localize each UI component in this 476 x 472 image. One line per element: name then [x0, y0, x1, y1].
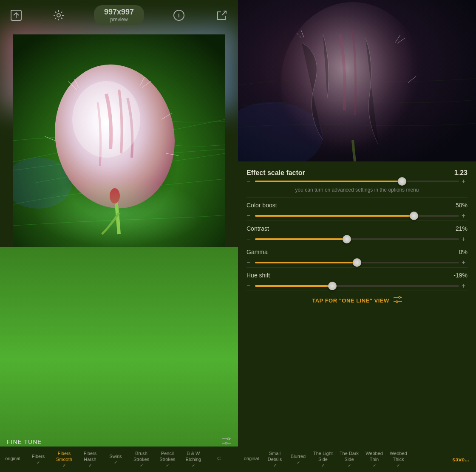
effect-scale-fill: [255, 181, 402, 182]
tab-original[interactable]: original: [0, 447, 26, 472]
advanced-hint: you can turn on advanced settings in the…: [246, 185, 468, 196]
gamma-fill: [255, 262, 357, 263]
right-flower-svg: [238, 0, 476, 161]
contrast-thumb[interactable]: [343, 235, 351, 243]
divider-5: [246, 291, 468, 291]
bottom-tabs-left: original Fibers ✓ FibersSmooth ✓ FibersH…: [0, 447, 238, 472]
contrast-minus[interactable]: −: [246, 235, 252, 243]
info-button[interactable]: i: [171, 8, 187, 23]
tab-bw-etching[interactable]: B & WEtching ✓: [181, 447, 207, 472]
gamma-minus[interactable]: −: [246, 259, 252, 266]
main-image: [13, 34, 225, 247]
export-button[interactable]: [214, 8, 230, 23]
contrast-row: Contrast 21%: [246, 222, 468, 235]
contrast-track[interactable]: [255, 238, 459, 240]
import-button[interactable]: [8, 8, 24, 23]
divider-1: [246, 197, 468, 198]
effect-scale-minus[interactable]: −: [246, 178, 252, 185]
one-line-icon: [394, 296, 402, 305]
fine-tune-icon[interactable]: [222, 437, 231, 447]
tab-pencil-strokes[interactable]: PencilStrokes ✓: [154, 447, 180, 472]
hue-shift-plus[interactable]: +: [462, 282, 468, 290]
contrast-slider-container: − +: [246, 235, 468, 243]
gamma-track[interactable]: [255, 262, 459, 263]
right-panel: Effect scale factor 1.23 − + you can tur…: [238, 0, 476, 472]
color-boost-track[interactable]: [255, 215, 459, 217]
color-boost-fill: [255, 215, 414, 217]
svg-point-33: [399, 297, 400, 298]
hue-shift-fill: [255, 285, 332, 287]
divider-4: [246, 267, 468, 268]
gamma-row: Gamma 0%: [246, 245, 468, 259]
tab-fibers-smooth[interactable]: FibersSmooth ✓: [51, 447, 77, 472]
green-area-left: FINE TUNE original Fibers ✓: [0, 247, 238, 472]
image-size-display: 997x997 preview: [94, 5, 144, 25]
color-boost-thumb[interactable]: [410, 212, 418, 220]
tab-swirls[interactable]: Swirls ✓: [103, 447, 128, 472]
flower-art-svg: [13, 34, 225, 247]
svg-point-36: [396, 301, 398, 302]
tab-brush-strokes[interactable]: BrushStrokes ✓: [128, 447, 154, 472]
gamma-slider-container: − +: [246, 259, 468, 266]
contrast-plus[interactable]: +: [462, 235, 468, 243]
svg-point-19: [228, 438, 230, 440]
divider-3: [246, 244, 468, 244]
svg-point-1: [57, 14, 60, 17]
fine-tune-bar: FINE TUNE: [0, 437, 238, 447]
tab-fibers[interactable]: Fibers ✓: [26, 447, 51, 472]
right-preview-image: [238, 0, 476, 161]
effect-scale-plus[interactable]: +: [462, 178, 468, 185]
settings-button[interactable]: [51, 8, 66, 23]
hue-shift-thumb[interactable]: [328, 282, 337, 290]
hue-shift-row: Hue shift -19%: [246, 269, 468, 282]
controls-area: Effect scale factor 1.23 − + you can tur…: [238, 161, 476, 472]
left-panel: 997x997 preview i: [0, 0, 238, 472]
tab-c[interactable]: C: [206, 447, 232, 472]
gamma-thumb[interactable]: [353, 258, 361, 267]
one-line-view-button[interactable]: TAP FOR "ONE LINE" VIEW: [246, 292, 468, 309]
svg-point-16: [34, 179, 204, 247]
top-bar: 997x997 preview i: [0, 0, 238, 30]
gamma-plus[interactable]: +: [462, 259, 468, 266]
effect-scale-slider-container: − +: [246, 178, 468, 185]
hue-shift-track[interactable]: [255, 285, 459, 287]
effect-scale-row: Effect scale factor 1.23: [246, 167, 468, 178]
tab-fibers-harsh[interactable]: FibersHarsh ✓: [77, 447, 103, 472]
effect-scale-track[interactable]: [255, 181, 459, 182]
svg-point-22: [225, 442, 227, 444]
svg-point-7: [72, 81, 140, 158]
color-boost-plus[interactable]: +: [462, 212, 468, 220]
hue-shift-slider-container: − +: [246, 282, 468, 290]
color-boost-row: Color boost 50%: [246, 198, 468, 212]
svg-text:i: i: [178, 12, 180, 19]
effect-scale-thumb[interactable]: [398, 177, 406, 186]
svg-point-25: [280, 2, 425, 161]
contrast-fill: [255, 238, 347, 240]
hue-shift-minus[interactable]: −: [246, 282, 252, 290]
color-boost-slider-container: − +: [246, 212, 468, 220]
color-boost-minus[interactable]: −: [246, 212, 252, 220]
divider-2: [246, 220, 468, 221]
